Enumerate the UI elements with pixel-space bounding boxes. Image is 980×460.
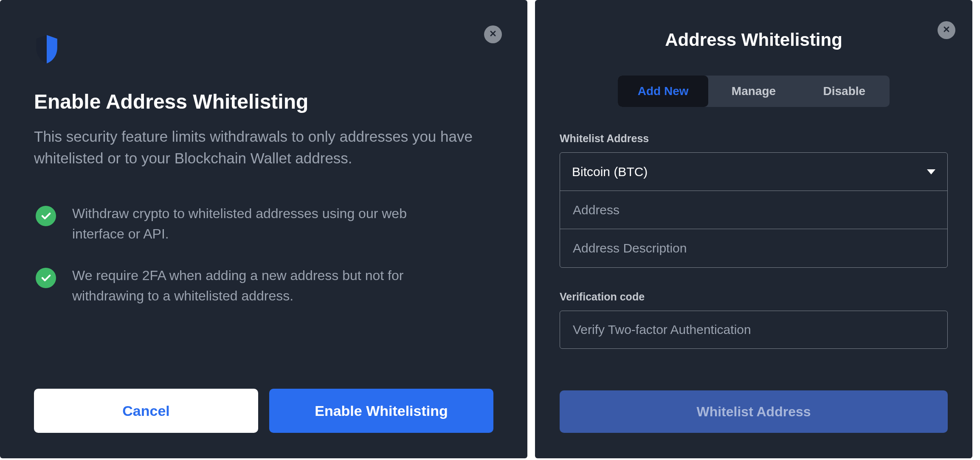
check-icon: [36, 206, 56, 226]
tab-bar: Add New Manage Disable: [618, 76, 890, 107]
tab-manage[interactable]: Manage: [708, 76, 799, 107]
tab-add-new[interactable]: Add New: [618, 76, 708, 107]
tab-disable[interactable]: Disable: [799, 76, 890, 107]
feature-bullet: Withdraw crypto to whitelisted addresses…: [34, 203, 493, 244]
close-button[interactable]: [938, 21, 955, 39]
button-row: Cancel Enable Whitelisting: [34, 389, 493, 433]
verification-code-input[interactable]: [572, 311, 935, 348]
bullet-text: We require 2FA when adding a new address…: [72, 265, 446, 306]
bullet-text: Withdraw crypto to whitelisted addresses…: [72, 203, 446, 244]
chevron-down-icon: [927, 169, 935, 174]
whitelist-address-button[interactable]: Whitelist Address: [560, 390, 948, 433]
verification-code-label: Verification code: [560, 291, 948, 303]
modal-title: Address Whitelisting: [560, 30, 948, 50]
whitelist-address-label: Whitelist Address: [560, 132, 948, 145]
cancel-button[interactable]: Cancel: [34, 389, 258, 433]
address-description-input[interactable]: [572, 229, 935, 267]
check-icon: [36, 268, 56, 288]
modal-title: Enable Address Whitelisting: [34, 90, 493, 113]
address-whitelisting-modal: Address Whitelisting Add New Manage Disa…: [535, 0, 972, 458]
modal-subtitle: This security feature limits withdrawals…: [34, 126, 493, 169]
close-icon: [942, 25, 951, 35]
address-input[interactable]: [572, 191, 935, 229]
shield-icon: [34, 34, 493, 65]
currency-selected-value: Bitcoin (BTC): [572, 165, 648, 179]
feature-bullet: We require 2FA when adding a new address…: [34, 265, 493, 306]
whitelist-input-group: Bitcoin (BTC): [560, 152, 948, 268]
currency-select[interactable]: Bitcoin (BTC): [560, 153, 947, 191]
enable-whitelisting-button[interactable]: Enable Whitelisting: [269, 389, 493, 433]
close-icon: [489, 29, 497, 39]
enable-whitelisting-modal: Enable Address Whitelisting This securit…: [0, 0, 527, 458]
close-button[interactable]: [484, 25, 502, 43]
